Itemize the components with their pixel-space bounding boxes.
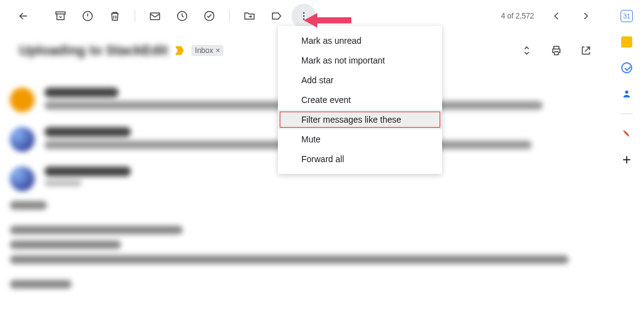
divider <box>135 10 135 22</box>
older-button[interactable] <box>574 4 598 28</box>
menu-mark-not-important[interactable]: Mark as not important <box>278 51 442 70</box>
keep-addon[interactable] <box>621 36 633 48</box>
subject-actions <box>514 38 598 63</box>
mark-unread-button[interactable] <box>143 4 167 28</box>
contacts-addon[interactable] <box>621 88 633 100</box>
menu-create-event[interactable]: Create event <box>278 90 442 110</box>
svg-rect-0 <box>56 12 65 14</box>
plus-icon: + <box>622 152 631 167</box>
more-menu: Mark as unread Mark as not important Add… <box>278 26 442 174</box>
comet-addon[interactable] <box>621 128 633 140</box>
labels-button[interactable] <box>264 4 289 28</box>
main-content: 4 of 2,572 Uploading to StackEdit Inbox … <box>1 1 608 327</box>
svg-rect-2 <box>151 13 160 20</box>
delete-button[interactable] <box>102 4 127 28</box>
expand-all-button[interactable] <box>514 38 539 63</box>
tasks-addon[interactable] <box>621 62 633 74</box>
newer-button[interactable] <box>544 4 569 28</box>
avatar <box>10 166 35 191</box>
calendar-addon[interactable]: 31 <box>621 10 633 22</box>
print-button[interactable] <box>544 38 569 63</box>
menu-forward-all[interactable]: Forward all <box>278 149 442 169</box>
snooze-button[interactable] <box>170 4 194 28</box>
toolbar-right: 4 of 2,572 <box>501 4 598 28</box>
svg-point-8 <box>625 91 628 94</box>
side-divider <box>621 113 633 114</box>
avatar <box>10 127 35 152</box>
open-new-window-button[interactable] <box>574 38 598 63</box>
spam-button[interactable] <box>75 4 100 28</box>
annotation-arrow <box>304 13 351 28</box>
menu-filter-messages[interactable]: Filter messages like these <box>278 110 442 129</box>
menu-mark-unread[interactable]: Mark as unread <box>278 31 442 51</box>
inbox-label-text: Inbox <box>195 46 213 55</box>
side-panel: 31 + <box>609 0 644 328</box>
pagination-text: 4 of 2,572 <box>501 12 534 20</box>
toolbar-left <box>11 4 316 28</box>
add-to-tasks-button[interactable] <box>197 4 222 28</box>
subject-text: Uploading to StackEdit <box>19 43 168 59</box>
importance-marker-icon[interactable] <box>175 46 184 55</box>
back-button[interactable] <box>11 4 36 28</box>
menu-add-star[interactable]: Add star <box>278 70 442 90</box>
divider <box>229 10 230 22</box>
archive-button[interactable] <box>48 4 73 28</box>
move-to-button[interactable] <box>237 4 262 28</box>
avatar <box>10 88 35 112</box>
inbox-label[interactable]: Inbox × <box>191 45 224 56</box>
remove-label-icon[interactable]: × <box>215 46 220 55</box>
menu-mute[interactable]: Mute <box>278 129 442 149</box>
get-addons-button[interactable]: + <box>621 154 633 166</box>
message-item[interactable] <box>10 159 598 302</box>
